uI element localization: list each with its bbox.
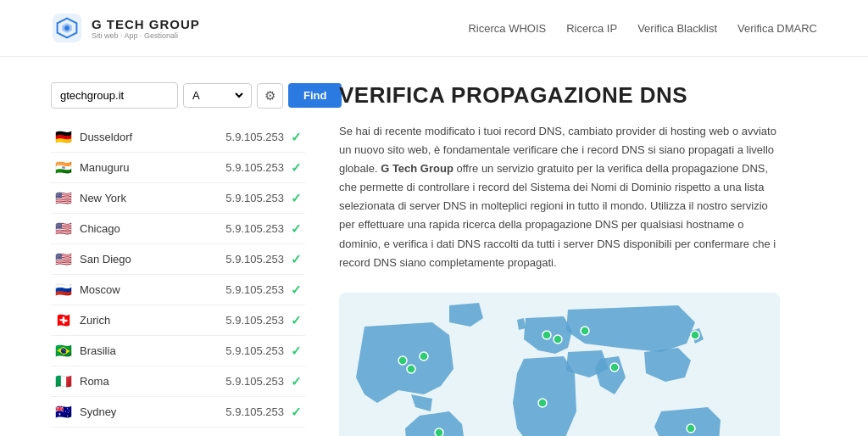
ip-label: 5.9.105.253 [225, 283, 284, 296]
svg-point-10 [538, 399, 547, 407]
flag-icon: 🇺🇸 [54, 251, 73, 267]
dns-row: 🇿🇦 Cape Town 5.9.105.253 ✓ [51, 428, 305, 436]
flag-icon: 🇧🇷 [54, 343, 73, 359]
settings-button[interactable]: ⚙ [257, 83, 283, 109]
nav-dmarc[interactable]: Verifica DMARC [737, 22, 817, 35]
svg-point-4 [420, 352, 428, 361]
dns-row: 🇺🇸 San Diego 5.9.105.253 ✓ [51, 244, 305, 275]
svg-point-12 [687, 424, 695, 433]
flag-icon: 🇨🇭 [54, 312, 73, 328]
logo-area: G TECH GROUP Siti web · App · Gestionali [51, 12, 200, 44]
ip-label: 5.9.105.253 [225, 222, 284, 235]
check-icon: ✓ [291, 160, 302, 176]
svg-point-11 [435, 428, 443, 436]
flag-icon: 🇩🇪 [54, 129, 73, 145]
record-type-select[interactable]: A AAAA MX TXT CNAME NS [189, 88, 246, 103]
city-label: Chicago [80, 222, 225, 235]
dns-row: 🇺🇸 Chicago 5.9.105.253 ✓ [51, 214, 305, 244]
city-label: New York [80, 192, 225, 204]
check-icon: ✓ [291, 313, 302, 328]
city-label: Dusseldorf [80, 131, 225, 143]
dns-row: 🇮🇳 Manuguru 5.9.105.253 ✓ [51, 153, 305, 183]
world-map [339, 293, 780, 436]
flag-icon: 🇷🇺 [54, 282, 73, 298]
city-label: Sydney [80, 405, 225, 418]
ip-label: 5.9.105.253 [225, 405, 284, 418]
right-panel: VERIFICA PROPAGAZIONE DNS Se hai di rece… [339, 82, 817, 436]
dns-row: 🇦🇺 Sydney 5.9.105.253 ✓ [51, 397, 305, 428]
map-svg [339, 293, 780, 436]
check-icon: ✓ [291, 282, 302, 298]
dns-row: 🇺🇸 New York 5.9.105.253 ✓ [51, 183, 305, 214]
check-icon: ✓ [291, 344, 302, 359]
gear-icon: ⚙ [264, 88, 275, 103]
description: Se hai di recente modificato i tuoi reco… [339, 122, 780, 272]
ip-label: 5.9.105.253 [225, 131, 284, 143]
check-icon: ✓ [291, 405, 302, 420]
logo-sub: Siti web · App · Gestionali [92, 31, 200, 40]
check-icon: ✓ [291, 191, 302, 206]
nav-whois[interactable]: Ricerca WHOIS [468, 22, 546, 35]
city-label: Moscow [80, 283, 225, 296]
flag-icon: 🇮🇹 [54, 373, 73, 389]
city-label: Brasilia [80, 344, 225, 357]
ip-label: 5.9.105.253 [225, 161, 284, 174]
svg-point-1 [64, 25, 70, 31]
logo-text-block: G TECH GROUP Siti web · App · Gestionali [92, 17, 200, 40]
record-type-select-wrap: A AAAA MX TXT CNAME NS [183, 83, 252, 108]
ip-label: 5.9.105.253 [225, 192, 284, 204]
left-panel: A AAAA MX TXT CNAME NS ⚙ Find 🇩🇪 Dusseld… [51, 82, 305, 436]
header: G TECH GROUP Siti web · App · Gestionali… [0, 0, 868, 57]
main-layout: A AAAA MX TXT CNAME NS ⚙ Find 🇩🇪 Dusseld… [0, 57, 868, 436]
search-bar: A AAAA MX TXT CNAME NS ⚙ Find [51, 82, 305, 109]
check-icon: ✓ [291, 252, 302, 267]
svg-point-13 [691, 331, 699, 339]
check-icon: ✓ [291, 130, 302, 145]
ip-label: 5.9.105.253 [225, 314, 284, 327]
svg-point-5 [407, 365, 415, 373]
ip-label: 5.9.105.253 [225, 253, 284, 266]
svg-point-8 [581, 327, 589, 335]
nav-ip[interactable]: Ricerca IP [566, 22, 617, 35]
logo-title: G TECH GROUP [92, 17, 200, 31]
dns-row: 🇩🇪 Dusseldorf 5.9.105.253 ✓ [51, 122, 305, 153]
find-button[interactable]: Find [288, 83, 342, 108]
city-label: Roma [80, 375, 225, 388]
flag-icon: 🇺🇸 [54, 221, 73, 237]
city-label: Zurich [80, 314, 225, 327]
city-label: Manuguru [80, 161, 225, 174]
svg-point-9 [610, 363, 619, 372]
dns-list: 🇩🇪 Dusseldorf 5.9.105.253 ✓ 🇮🇳 Manuguru … [51, 122, 305, 436]
dns-row: 🇷🇺 Moscow 5.9.105.253 ✓ [51, 275, 305, 305]
dns-row: 🇨🇭 Zurich 5.9.105.253 ✓ [51, 305, 305, 336]
nav-links: Ricerca WHOIS Ricerca IP Verifica Blackl… [468, 22, 817, 35]
ip-label: 5.9.105.253 [225, 344, 284, 357]
logo-icon [51, 12, 83, 44]
nav-blacklist[interactable]: Verifica Blacklist [637, 22, 717, 35]
svg-point-3 [398, 356, 407, 365]
flag-icon: 🇺🇸 [54, 190, 73, 206]
flag-icon: 🇮🇳 [54, 159, 73, 176]
ip-label: 5.9.105.253 [225, 375, 284, 388]
city-label: San Diego [80, 253, 225, 266]
page-title: VERIFICA PROPAGAZIONE DNS [339, 82, 817, 109]
dns-row: 🇧🇷 Brasilia 5.9.105.253 ✓ [51, 336, 305, 366]
dns-row: 🇮🇹 Roma 5.9.105.253 ✓ [51, 366, 305, 397]
svg-point-7 [554, 335, 562, 344]
flag-icon: 🇦🇺 [54, 404, 73, 420]
check-icon: ✓ [291, 221, 302, 237]
check-icon: ✓ [291, 374, 302, 389]
svg-point-6 [542, 331, 551, 339]
search-input[interactable] [51, 82, 178, 109]
